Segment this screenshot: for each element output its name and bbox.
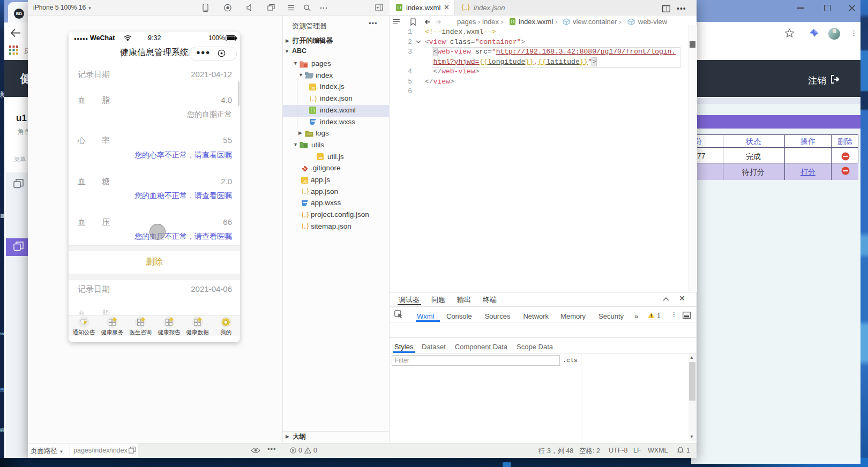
svg-text:JS: JS: [311, 87, 315, 90]
svg-text:JS: JS: [303, 180, 307, 183]
svg-text:JS: JS: [319, 156, 323, 160]
